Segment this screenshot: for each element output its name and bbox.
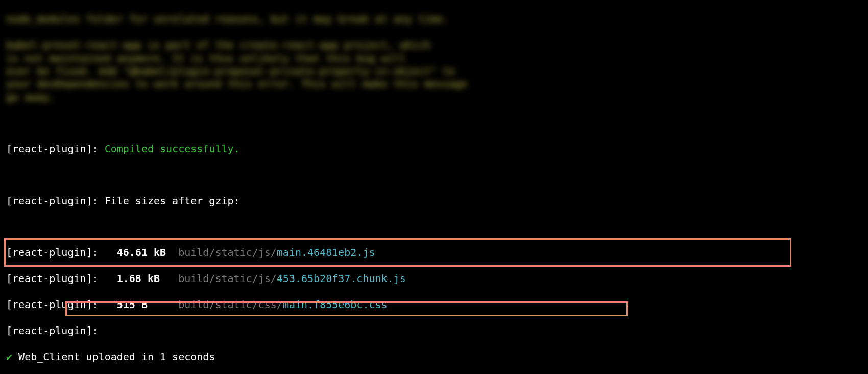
react-plugin-prefix: [react-plugin]: <box>6 195 105 207</box>
react-plugin-prefix: [react-plugin]: <box>6 324 99 337</box>
blurred-line: your devDependencies to work around this… <box>6 78 467 90</box>
pad <box>148 298 178 311</box>
file-path: build/static/js/ <box>178 246 277 259</box>
check-icon: ✔ <box>6 350 12 363</box>
file-row: [react-plugin]: 1.68 kB build/static/js/… <box>6 272 862 285</box>
pad <box>166 246 178 259</box>
compiled-line: [react-plugin]: Compiled successfully. <box>6 143 862 155</box>
file-size: 515 B <box>117 298 148 311</box>
file-name: main.46481eb2.js <box>277 246 375 259</box>
react-plugin-prefix: [react-plugin]: <box>6 298 117 311</box>
upload-line: ✔ Web_Client uploaded in 1 seconds <box>6 350 862 363</box>
blurred-line: babel-preset-react-app is part of the cr… <box>6 39 430 51</box>
gzip-line: [react-plugin]: File sizes after gzip: <box>6 195 862 207</box>
blank-line <box>6 117 862 130</box>
blank-line <box>6 221 862 233</box>
file-path: build/static/css/ <box>178 298 283 311</box>
terminal-output: node_modules folder for unrelated reason… <box>0 0 868 374</box>
pad <box>160 272 178 285</box>
blank-line <box>6 169 862 181</box>
file-size: 1.68 kB <box>117 272 160 285</box>
blurred-line: go away. <box>6 91 55 103</box>
file-path: build/static/js/ <box>178 272 277 285</box>
blurred-line: ever be fixed. Add "@babel/plugin-propos… <box>6 65 455 77</box>
react-plugin-prefix: [react-plugin]: <box>6 272 117 285</box>
react-plugin-prefix: [react-plugin]: <box>6 246 117 259</box>
file-row: [react-plugin]: <box>6 324 862 337</box>
file-row: [react-plugin]: 46.61 kB build/static/js… <box>6 246 862 259</box>
blurred-line: node_modules folder for unrelated reason… <box>6 13 449 25</box>
file-name: main.f855e6bc.css <box>283 298 388 311</box>
blurred-line: is not maintained anymore. It is thus un… <box>6 52 406 64</box>
gzip-message: File sizes after gzip: <box>105 195 240 207</box>
blurred-warning-block: node_modules folder for unrelated reason… <box>6 13 862 104</box>
file-row: [react-plugin]: 515 B build/static/css/m… <box>6 298 862 311</box>
upload-message: Web_Client uploaded in 1 seconds <box>12 350 215 363</box>
react-plugin-prefix: [react-plugin]: <box>6 143 105 155</box>
file-size: 46.61 kB <box>117 246 166 259</box>
compiled-message: Compiled successfully. <box>105 143 240 155</box>
file-name: 453.65b20f37.chunk.js <box>277 272 406 285</box>
